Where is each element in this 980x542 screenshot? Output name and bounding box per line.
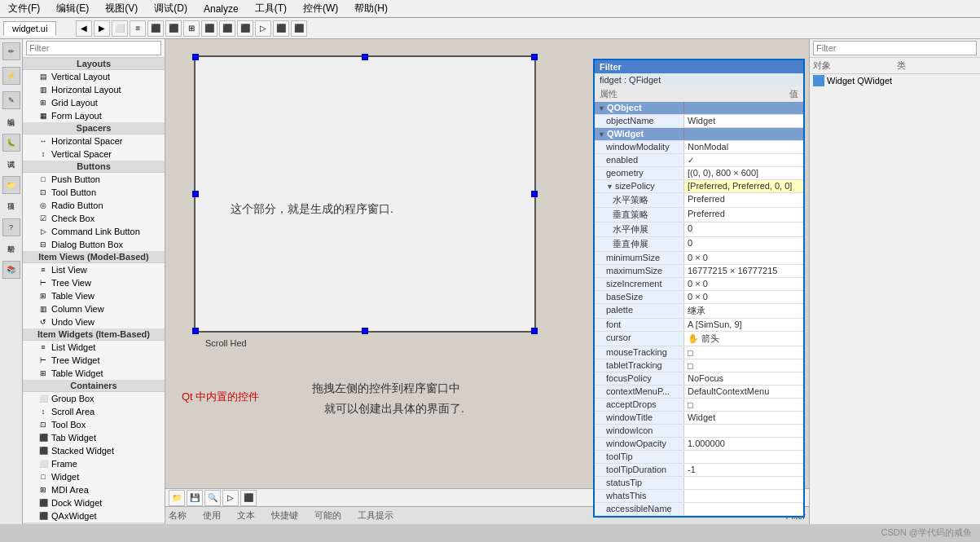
toolbar-btn-12[interactable]: ⬛ — [273, 20, 289, 37]
prop-val-vert-stretch[interactable]: 0 — [684, 237, 803, 251]
toolbar-btn-8[interactable]: ⬛ — [201, 20, 218, 37]
prop-val-horiz-stretch[interactable]: 0 — [684, 223, 803, 236]
toolbar-btn-4[interactable]: ≡ — [130, 20, 146, 37]
handle-tr[interactable] — [531, 54, 538, 60]
prop-val-windowtitle[interactable]: Widget — [684, 412, 803, 424]
prop-val-objectname[interactable]: Widget — [684, 115, 803, 127]
icon-label-debug[interactable]: 调试 — [6, 153, 16, 156]
icon-label-design[interactable]: 设计 — [6, 62, 16, 65]
handle-bm[interactable] — [362, 328, 368, 334]
widget-qax-widget[interactable]: ⬛QAxWidget — [23, 509, 165, 522]
toolbar-btn-11[interactable]: ▷ — [255, 20, 271, 37]
prop-val-font[interactable]: A [SimSun, 9] — [684, 319, 803, 331]
prop-sizepolicy[interactable]: ▼sizePolicy [Preferred, Preferred, 0, 0] — [595, 180, 803, 193]
widget-check-box[interactable]: ☑Check Box — [23, 212, 165, 225]
widget-frame[interactable]: ⬜Frame — [23, 457, 165, 470]
widget-horizontal-spacer[interactable]: ↔Horizontal Spacer — [23, 134, 165, 148]
prop-val-windowmodality[interactable]: NonModal — [684, 141, 803, 153]
widget-tree-widget[interactable]: ⊢Tree Widget — [23, 354, 165, 367]
toolbar-btn-7[interactable]: ⊞ — [183, 20, 200, 37]
icon-label-edit[interactable]: 编辑 — [6, 111, 16, 114]
widget-tree-view[interactable]: ⊢Tree View — [23, 276, 165, 289]
menu-file[interactable]: 文件(F) — [3, 0, 45, 17]
prop-val-acceptdrops[interactable]: □ — [684, 399, 803, 411]
bottom-btn-5[interactable]: ⬛ — [240, 490, 257, 506]
widget-tool-box[interactable]: ⊡Tool Box — [23, 418, 165, 431]
handle-bl[interactable] — [192, 328, 199, 334]
prop-val-geometry[interactable]: [(0, 0), 800 × 600] — [684, 167, 803, 179]
menu-analyze[interactable]: Analyze — [199, 2, 244, 16]
icon-design[interactable]: ✏ — [2, 42, 20, 60]
widget-list-widget[interactable]: ≡List Widget — [23, 341, 165, 354]
widget-mdi-area[interactable]: ⊞MDI Area — [23, 483, 165, 496]
handle-br[interactable] — [531, 328, 538, 334]
widget-form-layout[interactable]: ▦Form Layout — [23, 109, 165, 122]
widget-table-view[interactable]: ⊞Table View — [23, 289, 165, 302]
prop-val-horiz-policy[interactable]: Preferred — [684, 193, 803, 207]
tab-widget-ui[interactable]: widget.ui — [3, 21, 56, 36]
widget-table-widget[interactable]: ⊞Table Widget — [23, 367, 165, 380]
widget-push-button[interactable]: □Push Button — [23, 173, 165, 186]
handle-tl[interactable] — [192, 54, 199, 60]
widget-scroll-area[interactable]: ↕Scroll Area — [23, 405, 165, 418]
bottom-btn-4[interactable]: ▷ — [222, 490, 239, 506]
widget-dock-widget[interactable]: ⬛Dock Widget — [23, 496, 165, 509]
icon-debug[interactable]: 🐛 — [2, 134, 20, 152]
prop-val-maxsize[interactable]: 16777215 × 16777215 — [684, 265, 803, 277]
widget-tab-widget[interactable]: ⬛Tab Widget — [23, 431, 165, 444]
handle-tm[interactable] — [362, 54, 368, 60]
icon-label-help[interactable]: 帮助 — [6, 238, 16, 241]
widget-dialog-button-box[interactable]: ⊟Dialog Button Box — [23, 238, 165, 251]
obj-item-widget[interactable]: Widget QWidget — [810, 74, 980, 87]
prop-val-contextmenu[interactable]: DefaultContextMenu — [684, 386, 803, 398]
prop-val-tablettracking[interactable]: □ — [684, 359, 803, 372]
prop-val-tooltip[interactable] — [684, 451, 803, 463]
icon-help[interactable]: ? — [2, 218, 20, 236]
toolbar-btn-2[interactable]: ▶ — [94, 20, 110, 37]
icon-signal[interactable]: ⚡ — [2, 67, 20, 85]
toolbar-btn-1[interactable]: ◀ — [76, 20, 92, 37]
prop-val-cursor[interactable]: ✋ 箭头 — [684, 332, 803, 346]
prop-val-mousetracking[interactable]: □ — [684, 346, 803, 359]
widget-filter-input[interactable] — [26, 41, 161, 55]
prop-val-focuspolicy[interactable]: NoFocus — [684, 372, 803, 385]
icon-library[interactable]: 📚 — [2, 261, 20, 279]
widget-radio-button[interactable]: ◎Radio Button — [23, 199, 165, 212]
toolbar-btn-9[interactable]: ⬛ — [219, 20, 235, 37]
prop-val-tooltipduration[interactable]: -1 — [684, 464, 803, 476]
prop-val-accessiblename[interactable] — [684, 503, 803, 515]
icon-project[interactable]: 📁 — [2, 176, 20, 194]
prop-val-whatsthis[interactable] — [684, 490, 803, 502]
icon-edit[interactable]: ✎ — [2, 91, 20, 109]
widget-widget[interactable]: □Widget — [23, 470, 165, 483]
toolbar-btn-13[interactable]: ⬛ — [291, 20, 307, 37]
widget-vertical-spacer[interactable]: ↕Vertical Spacer — [23, 148, 165, 161]
prop-val-sizeincrement[interactable]: 0 × 0 — [684, 278, 803, 290]
bottom-btn-3[interactable]: 🔍 — [204, 490, 221, 506]
menu-edit[interactable]: 编辑(E) — [51, 0, 94, 17]
bottom-btn-1[interactable]: 📁 — [169, 490, 185, 506]
right-filter-input[interactable] — [813, 41, 977, 55]
prop-val-enabled[interactable] — [684, 154, 803, 166]
toolbar-btn-5[interactable]: ⬛ — [147, 20, 164, 37]
widget-vertical-layout[interactable]: ▤Vertical Layout — [23, 70, 165, 83]
icon-label-project[interactable]: 项目 — [6, 196, 16, 199]
prop-group-qwidget[interactable]: ▼QWidget — [595, 128, 803, 141]
prop-val-basesize[interactable]: 0 × 0 — [684, 291, 803, 303]
handle-ml[interactable] — [192, 191, 199, 197]
toolbar-btn-6[interactable]: ⬛ — [165, 20, 182, 37]
menu-debug[interactable]: 调试(D) — [149, 0, 192, 17]
handle-mr[interactable] — [531, 191, 538, 197]
menu-help[interactable]: 帮助(H) — [349, 0, 393, 17]
widget-horizontal-layout[interactable]: ▥Horizontal Layout — [23, 83, 165, 96]
toolbar-btn-3[interactable]: ⬜ — [112, 20, 128, 37]
widget-grid-layout[interactable]: ⊞Grid Layout — [23, 96, 165, 109]
widget-command-link-button[interactable]: ▷Command Link Button — [23, 225, 165, 238]
form-area[interactable] — [194, 55, 536, 333]
widget-undo-view[interactable]: ↺Undo View — [23, 315, 165, 328]
prop-val-vert-policy[interactable]: Preferred — [684, 208, 803, 222]
icon-label-signal[interactable]: 信号 — [6, 86, 16, 90]
widget-column-view[interactable]: ▥Column View — [23, 302, 165, 315]
prop-group-qobject[interactable]: ▼QObject — [595, 102, 803, 115]
widget-group-box[interactable]: ⬜Group Box — [23, 392, 165, 405]
